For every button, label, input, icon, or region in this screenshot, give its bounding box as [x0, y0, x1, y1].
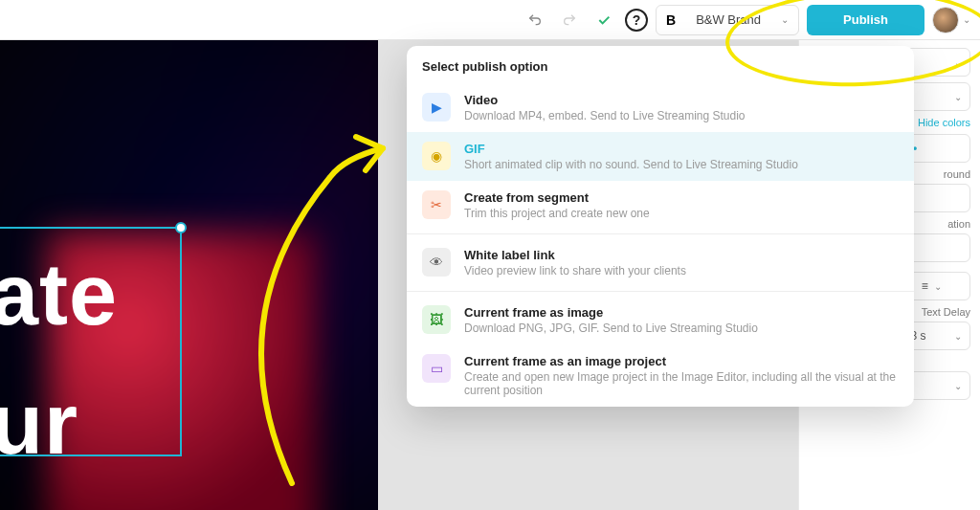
option-name: GIF — [464, 142, 798, 156]
selection-box[interactable] — [0, 227, 182, 456]
option-name: White label link — [464, 248, 686, 262]
confirm-button[interactable] — [590, 7, 617, 33]
canvas-preview[interactable]: ate ur — [0, 40, 378, 510]
brand-selector[interactable]: B B&W Brand ⌄ — [656, 5, 799, 35]
publish-option[interactable]: ▭Current frame as an image projectCreate… — [407, 344, 914, 407]
separator — [407, 233, 914, 234]
chevron-down-icon: ⌄ — [963, 14, 970, 25]
chevron-down-icon: ⌄ — [954, 57, 962, 68]
chevron-down-icon: ⌄ — [781, 14, 789, 25]
top-toolbar: ? B B&W Brand ⌄ Publish ⌄ — [0, 0, 980, 40]
chevron-down-icon: ⌄ — [954, 92, 962, 102]
option-icon: ▶ — [422, 93, 451, 122]
dropdown-title: Select publish option — [407, 46, 914, 83]
brand-name: B&W Brand — [696, 12, 761, 27]
option-name: Current frame as an image project — [464, 354, 899, 368]
avatar — [932, 7, 959, 33]
option-name: Video — [464, 93, 746, 107]
publish-option[interactable]: 👁White label linkVideo preview link to s… — [407, 238, 914, 287]
option-icon: 🖼 — [422, 305, 451, 334]
option-icon: ▭ — [422, 354, 451, 383]
chevron-down-icon: ⌄ — [954, 331, 962, 342]
option-desc: Short animated clip with no sound. Send … — [464, 158, 798, 171]
publish-option[interactable]: ◉GIFShort animated clip with no sound. S… — [407, 132, 914, 181]
option-name: Current frame as image — [464, 305, 758, 320]
option-desc: Video preview link to share with your cl… — [464, 264, 686, 277]
option-desc: Download MP4, embed. Send to Live Stream… — [464, 109, 746, 122]
option-name: Create from segment — [464, 190, 650, 205]
publish-option[interactable]: ▶VideoDownload MP4, embed. Send to Live … — [407, 83, 914, 132]
option-icon: ✂ — [422, 190, 451, 219]
publish-dropdown: Select publish option ▶VideoDownload MP4… — [407, 46, 914, 407]
option-icon: ◉ — [422, 142, 451, 170]
option-icon: 👁 — [422, 248, 451, 277]
help-button[interactable]: ? — [625, 9, 648, 32]
option-desc: Trim this project and create new one — [464, 207, 650, 220]
publish-option[interactable]: ✂Create from segmentTrim this project an… — [407, 181, 914, 230]
option-desc: Create and open new Image project in the… — [464, 370, 899, 397]
chevron-down-icon: ⌄ — [954, 381, 962, 391]
publish-button[interactable]: Publish — [807, 5, 924, 35]
redo-button[interactable] — [556, 7, 583, 33]
account-menu[interactable]: ⌄ — [932, 7, 970, 33]
undo-button[interactable] — [522, 7, 548, 33]
publish-option[interactable]: 🖼Current frame as imageDownload PNG, JPG… — [407, 296, 914, 344]
separator — [407, 291, 914, 292]
selection-handle[interactable] — [175, 222, 187, 233]
brand-logo: B — [666, 12, 676, 28]
option-desc: Download PNG, JPG, GIF. Send to Live Str… — [464, 322, 758, 335]
